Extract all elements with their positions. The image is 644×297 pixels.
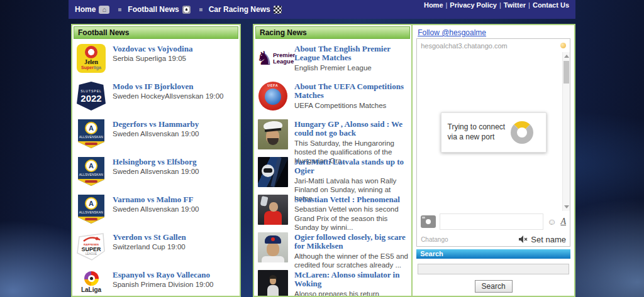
scroll-down-icon[interactable]	[564, 205, 569, 208]
allsvenskan-logo[interactable]: A ALLSVENSKAN	[78, 195, 104, 224]
article-link[interactable]: Sebastian Vettel : Phenomenal	[294, 195, 409, 204]
top-navigation: Home ⌂ Football News Car Racing News Hom…	[69, 0, 575, 19]
nav-racing-label: Car Racing News	[209, 5, 270, 14]
chatango-brand-link[interactable]: Chatango	[421, 236, 448, 243]
match-link[interactable]: Yverdon vs St Gallen	[113, 233, 186, 242]
nav-item-car-racing-news[interactable]: Car Racing News	[209, 5, 282, 14]
football-news-header: Football News	[74, 26, 238, 39]
article-excerpt: English Premier League	[294, 63, 409, 72]
logo-text: liga	[94, 65, 101, 70]
logo-stripe	[78, 141, 104, 148]
laliga-circle-icon	[84, 271, 99, 286]
chat-input-row: ☺ A	[417, 211, 570, 232]
chatango-widget: hesgoalchat3.chatango.com Trying to conn…	[416, 38, 570, 247]
jelen-superliga-logo[interactable]: Jelen Superliga	[77, 44, 106, 73]
separator-icon	[118, 8, 121, 11]
link-contact-us[interactable]: Contact Us	[533, 1, 569, 9]
article-excerpt: UEFA Competitions Matches	[294, 101, 409, 110]
article-link[interactable]: About The English Premier League Matches	[294, 45, 409, 63]
logo-text: Jelen	[77, 58, 106, 65]
match-link[interactable]: Vozdovac vs Vojvodina	[113, 45, 192, 53]
list-item: RAIFFEISEN SUPER LEAGUE Yverdon vs St Ga…	[72, 229, 240, 266]
loading-spinner-icon	[511, 121, 533, 144]
match-meta: Switzerland Cup 19:00	[113, 242, 186, 251]
article-link[interactable]: McLaren: Alonso simulator in Woking	[294, 271, 409, 289]
chat-message-input[interactable]	[440, 213, 543, 230]
link-separator: |	[499, 1, 501, 9]
match-meta: Sweden Allsvenskan 19:00	[113, 129, 199, 138]
allsvenskan-logo[interactable]: A ALLSVENSKAN	[78, 119, 104, 148]
uefa-logo[interactable]: UEFA	[258, 82, 287, 111]
chat-message-area: Trying to connect via a new port	[417, 52, 570, 211]
article-link[interactable]: Ogier followed closely, big scare for Mi…	[294, 233, 409, 251]
premier-league-logo[interactable]: ♞ PremierLeague	[256, 44, 290, 73]
logo-text: A	[85, 122, 97, 134]
match-link[interactable]: Degerfors vs Hammarby	[113, 120, 199, 129]
logo-text: A	[85, 197, 97, 210]
link-home[interactable]: Home	[424, 1, 443, 9]
chat-scrollbar[interactable]	[562, 52, 570, 211]
set-name-button[interactable]: Set name	[531, 235, 566, 244]
scroll-up-icon[interactable]	[564, 55, 569, 58]
list-item: Jari-Matti Latvala stands up to Ogier Ja…	[254, 153, 411, 191]
swiss-super-league-logo[interactable]: RAIFFEISEN SUPER LEAGUE	[76, 232, 106, 261]
scrollbar-thumb[interactable]	[564, 61, 569, 84]
ogier-cap-photo[interactable]	[258, 232, 288, 262]
link-separator: |	[528, 1, 530, 9]
alonso-cap-photo[interactable]	[258, 119, 288, 149]
lion-icon: ♞	[256, 49, 273, 68]
soccer-ball-icon	[182, 6, 191, 14]
list-item: A ALLSVENSKAN Degerfors vs Hammarby Swed…	[72, 116, 240, 153]
match-link[interactable]: Espanyol vs Rayo Vallecano	[113, 271, 213, 279]
link-twitter[interactable]: Twitter	[504, 1, 526, 9]
vettel-trophy-photo[interactable]	[258, 195, 288, 225]
list-item: A ALLSVENSKAN Helsingborg vs Elfsborg Sw…	[72, 153, 240, 191]
logo-text: ALLSVENSKAN	[78, 173, 104, 176]
logo-text: UEFA	[258, 84, 287, 87]
list-item: ♞ PremierLeague About The English Premie…	[254, 40, 411, 78]
smiley-icon[interactable]: ☺	[547, 217, 556, 226]
chat-room-title: hesgoalchat3.chatango.com	[421, 42, 508, 50]
match-link[interactable]: Helsingborg vs Elfsborg	[113, 158, 199, 166]
font-style-button[interactable]: A	[560, 217, 566, 227]
chat-header: hesgoalchat3.chatango.com	[417, 39, 570, 52]
follow-twitter-link[interactable]: Follow @hesgoalme	[418, 28, 486, 37]
search-input[interactable]	[418, 264, 569, 274]
camera-icon[interactable]	[421, 215, 436, 228]
search-header: Search	[416, 249, 570, 259]
connection-status-box: Trying to connect via a new port	[441, 112, 547, 153]
ball-icon	[85, 46, 97, 58]
link-privacy-policy[interactable]: Privacy Policy	[450, 1, 497, 9]
nav-item-football-news[interactable]: Football News	[128, 5, 190, 14]
logo-text: 2022	[77, 94, 106, 103]
utility-links: Home|Privacy Policy|Twitter|Contact Us	[424, 0, 569, 9]
article-link[interactable]: Hungary GP , Alonso said : We could not …	[294, 120, 409, 138]
article-link[interactable]: About The UEFA Competitions Matches	[294, 82, 409, 100]
match-meta: Serbia Superliga 19:05	[113, 54, 192, 63]
list-item: Hungary GP , Alonso said : We could not …	[254, 116, 411, 153]
separator-icon	[199, 8, 203, 11]
match-meta: Sweden Allsvenskan 19:00	[113, 205, 199, 213]
laliga-logo[interactable]: LaLiga	[77, 270, 106, 297]
list-item: SLUTSPEL 2022 Modo vs IF Bjorkloven Swed…	[72, 78, 240, 116]
match-link[interactable]: Modo vs IF Bjorkloven	[113, 82, 223, 91]
allsvenskan-logo[interactable]: A ALLSVENSKAN	[78, 157, 104, 186]
chat-footer: Chatango Set name	[417, 232, 570, 246]
article-link[interactable]: Jari-Matti Latvala stands up to Ogier	[294, 158, 409, 176]
search-module: Search Search	[416, 249, 570, 293]
match-link[interactable]: Varnamo vs Malmo FF	[113, 195, 199, 204]
sidebar: Follow @hesgoalme hesgoalchat3.chatango.…	[413, 25, 574, 296]
list-item: UEFA About The UEFA Competitions Matches…	[254, 78, 411, 116]
page: Home ⌂ Football News Car Racing News Hom…	[0, 0, 644, 297]
match-meta: Spanish Primera Division 19:00	[113, 280, 213, 289]
match-meta: Sweden Allsvenskan 19:00	[113, 167, 199, 176]
racing-news-header: Racing News	[255, 26, 410, 39]
latvala-rally-car-photo[interactable]	[258, 157, 288, 187]
logo-text: A	[85, 159, 97, 172]
search-button[interactable]: Search	[475, 280, 513, 293]
alonso-mclaren-photo[interactable]	[258, 270, 288, 297]
logo-text: Super	[81, 65, 94, 70]
nav-item-home[interactable]: Home ⌂	[75, 5, 109, 14]
slutspel-2022-logo[interactable]: SLUTSPEL 2022	[77, 82, 106, 111]
mute-speaker-icon[interactable]	[519, 235, 528, 243]
